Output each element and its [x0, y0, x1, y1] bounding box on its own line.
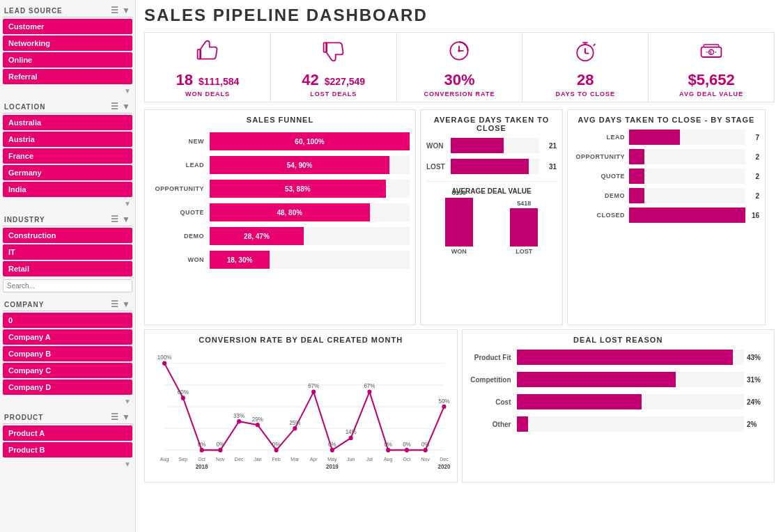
location-item-germany[interactable]: Germany [3, 165, 132, 180]
stage-bar-container [629, 169, 745, 184]
svg-rect-1 [323, 42, 327, 52]
deal-bar-visual [445, 198, 473, 247]
lead-source-scroll-down[interactable]: ▼ [123, 87, 132, 95]
company-sort-icon[interactable]: ☰ [111, 299, 119, 309]
product-scroll-down[interactable]: ▼ [123, 460, 132, 468]
lead-source-list: Customer Networking Online Referral [3, 19, 132, 86]
lost-reason-pct: 43% [744, 354, 768, 361]
funnel-bar: 60, 100% [210, 132, 410, 150]
lost-reason-bar [517, 372, 676, 387]
svg-text:67%: 67% [308, 382, 320, 389]
days-to-close-label: DAYS TO CLOSE [556, 91, 616, 97]
lead-source-item-online[interactable]: Online [3, 52, 132, 68]
company-item-c[interactable]: Company C [3, 363, 132, 378]
kpi-conversion-rate: 30% CONVERSION RATE [397, 33, 523, 102]
lost-deals-numbers: 42 $227,549 [302, 71, 365, 89]
svg-text:Dec: Dec [440, 455, 449, 462]
conversion-chart-title: CONVERSION RATE BY DEAL CREATED MONTH [150, 336, 451, 344]
industry-item-it[interactable]: IT [3, 244, 132, 260]
avg-days-title: AVERAGE DAYS TAKEN TO CLOSE [426, 116, 557, 132]
filter-section-product: PRODUCT ☰ ▼ Product A Product B ▼ [3, 409, 132, 468]
company-funnel-icon[interactable]: ▼ [122, 299, 131, 309]
stage-bar-container [629, 130, 745, 145]
filter-header-industry: INDUSTRY ☰ ▼ [3, 212, 132, 226]
filter-header-company: COMPANY ☰ ▼ [3, 297, 132, 311]
svg-text:50%: 50% [438, 397, 450, 404]
industry-search-input[interactable] [3, 279, 132, 292]
stage-value: 2 [745, 173, 759, 180]
lost-reason-row: Competition 31% [468, 372, 769, 387]
company-scroll-down[interactable]: ▼ [123, 398, 132, 405]
deal-bar-value: 6199 [452, 189, 466, 196]
location-item-india[interactable]: India [3, 182, 132, 197]
deal-bar-visual [510, 208, 538, 247]
lead-source-item-networking[interactable]: Networking [3, 36, 132, 51]
lead-source-item-referral[interactable]: Referral [3, 69, 132, 84]
conversion-chart: CONVERSION RATE BY DEAL CREATED MONTH 10… [144, 329, 458, 483]
product-item-b[interactable]: Product B [3, 442, 132, 457]
won-deals-value: $111,584 [199, 76, 239, 87]
lost-reason-title: DEAL LOST REASON [468, 336, 769, 344]
location-funnel-icon[interactable]: ▼ [122, 102, 131, 111]
filter-label-location: LOCATION [4, 103, 45, 111]
location-sort-icon[interactable]: ☰ [111, 102, 119, 111]
lead-source-item-customer[interactable]: Customer [3, 19, 132, 34]
funnel-row: NEW 60, 100% [150, 132, 410, 150]
svg-text:Oct: Oct [198, 455, 206, 462]
stopwatch-icon [573, 38, 598, 68]
svg-text:0%: 0% [328, 441, 336, 448]
filter-header-lead-source: LEAD SOURCE ☰ ▼ [3, 3, 132, 17]
stage-value: 2 [745, 153, 759, 161]
stage-label: OPPORTUNITY [573, 153, 629, 160]
industry-item-construction[interactable]: Construction [3, 228, 132, 243]
lost-deals-count: 42 [302, 71, 318, 89]
product-item-a[interactable]: Product A [3, 425, 132, 441]
avg-deal-numbers: $5,652 [688, 71, 734, 89]
funnel-bar-text: 48, 80% [277, 209, 302, 217]
funnel-bar: 18, 30% [210, 251, 270, 269]
industry-sort-icon[interactable]: ☰ [111, 214, 119, 224]
location-item-austria[interactable]: Austria [3, 132, 132, 147]
avg-days-chart: AVERAGE DAYS TAKEN TO CLOSE WON 21 LOST … [420, 109, 563, 325]
filter-header-product: PRODUCT ☰ ▼ [3, 409, 132, 424]
stage-label: QUOTE [573, 173, 629, 180]
avg-deal-value: $5,652 [688, 71, 734, 89]
svg-text:29%: 29% [252, 415, 264, 422]
industry-funnel-icon[interactable]: ▼ [122, 214, 131, 224]
industry-item-retail[interactable]: Retail [3, 261, 132, 276]
company-item-a[interactable]: Company A [3, 329, 132, 345]
avg-days-row: LOST 31 [426, 159, 557, 174]
filter-sort-icon[interactable]: ☰ [111, 6, 119, 15]
svg-text:0%: 0% [272, 441, 281, 448]
location-scroll-down[interactable]: ▼ [123, 200, 132, 208]
location-item-australia[interactable]: Australia [3, 115, 132, 130]
sidebar: LEAD SOURCE ☰ ▼ Customer Networking Onli… [0, 0, 136, 532]
stage-value: 16 [745, 212, 759, 219]
filter-icons-industry: ☰ ▼ [111, 214, 131, 224]
company-item-b[interactable]: Company B [3, 346, 132, 361]
stage-bar [629, 130, 680, 145]
avg-days-value: 31 [539, 163, 557, 171]
company-item-d[interactable]: Company D [3, 380, 132, 395]
stage-row: DEMO 2 [573, 188, 759, 203]
svg-point-35 [274, 448, 279, 453]
thumbs-down-icon [321, 38, 346, 68]
won-deals-numbers: 18 $111,584 [176, 71, 239, 89]
filter-icons-lead-source: ☰ ▼ [111, 6, 131, 15]
stage-bar-container [629, 149, 745, 164]
svg-point-31 [237, 419, 241, 424]
svg-point-23 [162, 361, 166, 366]
avg-deal-value-section: AVERAGE DEAL VALUE 6199 WON 5418 LOST [426, 181, 557, 255]
svg-text:2020: 2020 [438, 462, 451, 469]
kpi-row: 18 $111,584 WON DEALS 42 $227,549 LOST D… [144, 32, 775, 102]
stage-label: CLOSED [573, 212, 629, 219]
product-funnel-icon[interactable]: ▼ [122, 412, 131, 422]
svg-point-41 [330, 448, 334, 453]
location-item-france[interactable]: France [3, 148, 132, 164]
filter-funnel-icon[interactable]: ▼ [122, 6, 131, 15]
funnel-bar-container: 18, 30% [210, 251, 410, 269]
filter-section-industry: INDUSTRY ☰ ▼ Construction IT Retail [3, 212, 132, 292]
filter-icons-company: ☰ ▼ [111, 299, 131, 309]
company-item-0[interactable]: 0 [3, 313, 132, 328]
product-sort-icon[interactable]: ☰ [111, 412, 119, 422]
